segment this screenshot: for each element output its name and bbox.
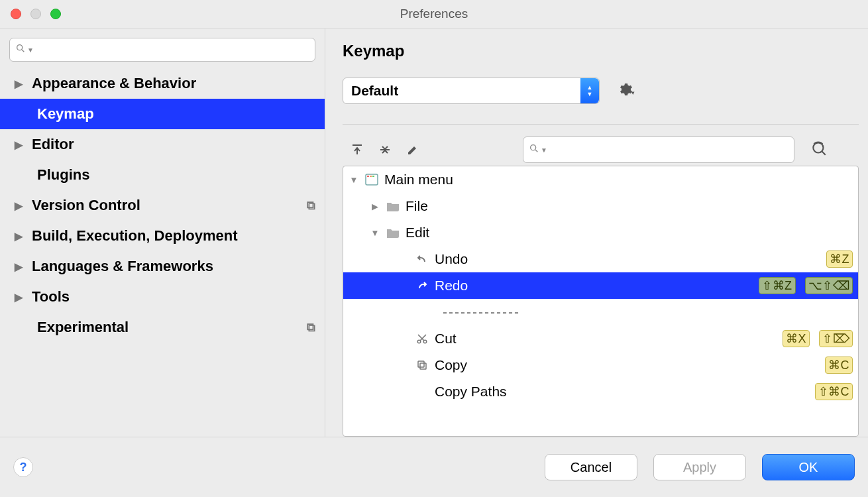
dialog-footer: ? Cancel Apply OK [0,437,868,497]
keymap-scheme-select[interactable]: Default ▲ ▼ [343,78,600,104]
project-scope-icon: ⧉ [307,199,315,213]
shortcut-badge: ⌥⇧⌫ [805,277,853,294]
tree-node-label: Cut [435,331,773,347]
sidebar-item-label: Experimental [37,319,299,336]
tree-node-edit[interactable]: ▼ Edit [343,219,858,246]
shortcut-badge: ⌘Z [826,250,853,268]
settings-categories: ▶ Appearance & Behavior Keymap ▶ Editor … [0,68,325,343]
tree-node-label: File [406,198,853,214]
sidebar-item-build[interactable]: ▶ Build, Execution, Deployment [0,221,325,251]
cut-icon [415,333,429,345]
chevron-right-icon: ▶ [15,260,24,273]
svg-point-5 [531,145,536,150]
cancel-button[interactable]: Cancel [545,454,637,480]
page-title: Keymap [343,42,859,60]
tree-node-label: Copy [435,357,816,373]
edit-shortcut-button[interactable] [402,139,423,160]
search-icon [15,43,26,56]
minimize-window-button [30,9,41,19]
chevron-down-icon[interactable]: ▼ [349,175,359,185]
titlebar: Preferences [0,0,868,28]
chevron-up-icon: ▲ [587,84,593,91]
svg-line-1 [22,50,24,52]
tree-node-label: Undo [435,251,817,267]
sidebar-item-label: Appearance & Behavior [32,75,315,92]
help-button[interactable]: ? [13,457,33,477]
chevron-right-icon: ▶ [15,199,24,212]
tree-action-redo[interactable]: Redo ⇧⌘Z ⌥⇧⌫ [343,272,858,299]
shortcut-badge: ⇧⌦ [819,330,853,347]
copy-icon [415,359,429,371]
action-search-input[interactable]: ▼ [523,137,794,163]
scheme-value: Default [351,83,398,99]
window-title: Preferences [400,7,468,21]
chevron-down-icon: ▼ [541,146,547,154]
sidebar-item-tools[interactable]: ▶ Tools [0,282,325,312]
svg-rect-17 [420,363,426,369]
divider [343,124,859,125]
sidebar-item-keymap[interactable]: Keymap [0,99,325,129]
collapse-all-button[interactable] [374,139,396,160]
select-stepper[interactable]: ▲ ▼ [580,78,599,103]
svg-rect-10 [367,176,369,177]
sidebar-item-editor[interactable]: ▶ Editor [0,129,325,160]
svg-line-6 [535,150,537,152]
close-window-button[interactable] [11,9,21,19]
chevron-down-icon: ▼ [587,91,593,97]
shortcut-badge: ⌘X [783,330,810,347]
tree-node-label: Edit [406,225,853,241]
sidebar-item-label: Build, Execution, Deployment [32,227,315,245]
tree-node-file[interactable]: ▶ File [343,193,858,219]
search-icon [529,143,539,156]
folder-icon [386,201,400,211]
ok-button[interactable]: OK [762,454,855,480]
chevron-down-icon: ▼ [27,46,34,54]
chevron-right-icon: ▶ [15,78,24,90]
scheme-actions-button[interactable]: ▾ [617,82,639,100]
separator-label: ------------- [443,304,520,320]
svg-line-8 [822,151,825,154]
tree-node-label: Redo [435,278,749,294]
find-by-shortcut-button[interactable] [810,140,828,160]
svg-rect-18 [418,361,424,367]
sidebar-item-experimental[interactable]: Experimental ⧉ [0,312,325,343]
settings-content: Keymap Default ▲ ▼ ▾ [325,28,868,437]
chevron-right-icon: ▶ [15,291,24,304]
sidebar-item-appearance[interactable]: ▶ Appearance & Behavior [0,68,325,99]
sidebar-item-languages[interactable]: ▶ Languages & Frameworks [0,251,325,282]
tree-separator: ------------- [343,299,858,325]
project-scope-icon: ⧉ [307,321,315,335]
chevron-right-icon[interactable]: ▶ [370,201,380,211]
tree-action-copy[interactable]: Copy ⌘C [343,352,858,378]
chevron-right-icon: ▶ [15,138,24,151]
redo-icon [415,280,429,291]
sidebar-item-plugins[interactable]: Plugins [0,160,325,190]
sidebar-item-label: Tools [32,288,315,305]
svg-rect-12 [372,176,374,177]
sidebar-item-label: Version Control [32,197,299,214]
button-label: Cancel [570,460,612,475]
menu-icon [364,174,379,186]
keymap-tree[interactable]: ▼ Main menu ▶ File ▼ Edit [343,166,859,437]
tree-action-copy-paths[interactable]: Copy Paths ⇧⌘C [343,378,858,405]
svg-point-0 [17,45,23,50]
sidebar-item-version-control[interactable]: ▶ Version Control ⧉ [0,190,325,221]
action-toolbar: ▼ [343,134,859,166]
window-controls [0,9,61,19]
tree-action-undo[interactable]: Undo ⌘Z [343,246,858,272]
svg-rect-11 [370,176,372,177]
sidebar-item-label: Plugins [37,166,315,184]
chevron-down-icon[interactable]: ▼ [370,228,380,238]
settings-sidebar: ▼ ▶ Appearance & Behavior Keymap ▶ Edito… [0,28,325,437]
settings-search-input[interactable]: ▼ [9,38,315,62]
shortcut-badge: ⇧⌘Z [759,277,796,294]
chevron-right-icon: ▶ [15,230,24,243]
shortcut-badge: ⌘C [825,357,853,374]
zoom-window-button[interactable] [50,9,61,19]
shortcut-badge: ⇧⌘C [815,383,853,400]
folder-icon [386,227,400,238]
tree-action-cut[interactable]: Cut ⌘X ⇧⌦ [343,325,858,352]
tree-node-main-menu[interactable]: ▼ Main menu [343,166,858,193]
sidebar-item-label: Languages & Frameworks [32,258,315,275]
expand-all-button[interactable] [347,139,368,160]
